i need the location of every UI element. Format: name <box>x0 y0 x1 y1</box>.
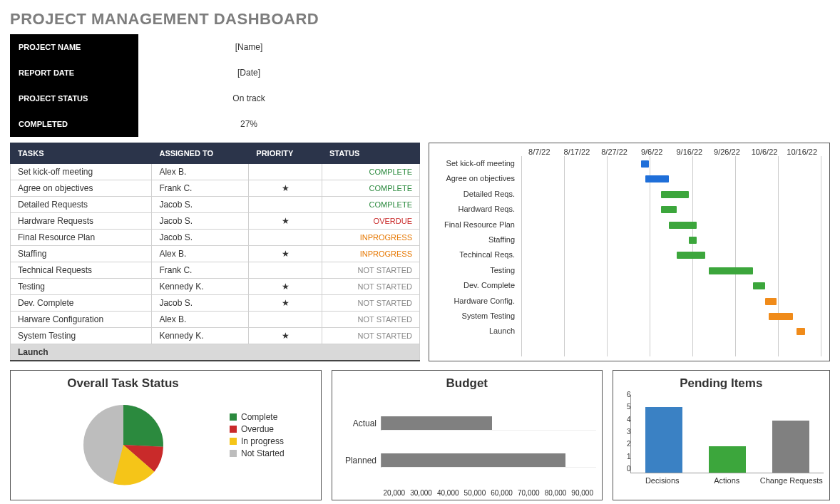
legend-swatch <box>230 413 237 421</box>
legend-item: Not Started <box>230 448 315 458</box>
legend-label: Overdue <box>241 424 274 434</box>
status-cell: COMPLETE <box>322 197 419 213</box>
budget-tick: 80,000 <box>542 489 569 497</box>
project-meta: PROJECT NAME [Name] REPORT DATE [Date] P… <box>10 34 830 137</box>
budget-bar-fill <box>381 416 492 430</box>
gantt-row-label: Agree on objectives <box>435 171 521 186</box>
gantt-row-label: Hardware Config. <box>435 294 521 309</box>
gantt-bar <box>797 328 804 335</box>
gantt-row-label: System Testing <box>435 309 521 324</box>
gantt-date-tick: 9/26/22 <box>708 148 746 156</box>
status-cell: COMPLETE <box>322 164 419 180</box>
meta-label-project-status: PROJECT STATUS <box>10 86 138 111</box>
assigned-cell: Jacob S. <box>152 230 249 246</box>
assigned-cell: Alex B. <box>152 164 249 180</box>
th-tasks: TASKS <box>11 143 152 164</box>
budget-tick: 20,000 <box>381 489 408 497</box>
task-cell: Final Resource Plan <box>11 230 152 246</box>
priority-cell: ★ <box>249 180 322 197</box>
pending-ytick: 2 <box>621 440 631 448</box>
table-row: Final Resource PlanJacob S.INPROGRESS <box>11 230 420 246</box>
status-cell: NOT STARTED <box>322 262 419 279</box>
overall-task-status-chart: Overall Task Status CompleteOverdueIn pr… <box>10 370 322 500</box>
table-row: TestingKennedy K.★NOT STARTED <box>11 279 420 295</box>
pending-bar-fill <box>772 421 809 473</box>
gantt-bar <box>689 237 697 244</box>
budget-tick: 50,000 <box>461 489 488 497</box>
assigned-cell: Kennedy K. <box>152 279 249 295</box>
gantt-row-label: Hardward Reqs. <box>435 202 521 217</box>
priority-cell: ★ <box>249 246 322 262</box>
meta-label-report-date: REPORT DATE <box>10 60 138 86</box>
meta-value-project-name: [Name] <box>138 42 281 52</box>
gantt-row-label: Dev. Complete <box>435 278 521 293</box>
assigned-cell: Kennedy K. <box>152 328 249 344</box>
priority-cell <box>249 262 322 279</box>
pending-ytick: 0 <box>621 465 631 473</box>
budget-bar-row: Planned <box>338 448 596 473</box>
pending-items-chart: Pending Items 6543210 DecisionsActionsCh… <box>613 370 831 500</box>
priority-cell <box>249 164 322 180</box>
pending-title: Pending Items <box>619 376 824 391</box>
pending-ytick: 4 <box>621 416 631 423</box>
status-cell: NOT STARTED <box>322 279 419 295</box>
budget-tick: 60,000 <box>488 489 516 497</box>
budget-tick: 90,000 <box>569 489 596 497</box>
priority-cell: ★ <box>249 279 322 295</box>
gantt-row-label: Testing <box>435 263 521 278</box>
status-cell: INPROGRESS <box>322 230 419 246</box>
legend-swatch <box>230 450 237 457</box>
meta-value-completed: 27% <box>138 119 281 129</box>
table-row: Agree on objectivesFrank C.★COMPLETE <box>11 180 420 197</box>
gantt-row-label: Staffing <box>435 232 521 247</box>
pending-ytick: 3 <box>621 428 631 436</box>
pending-bar <box>766 421 815 473</box>
pie-title: Overall Task Status <box>16 376 230 391</box>
assigned-cell: Alex B. <box>152 246 249 262</box>
task-cell: Hardware Requests <box>11 213 152 230</box>
page-title: PROJECT MANAGEMENT DASHBOARD <box>10 10 830 29</box>
status-cell: OVERDUE <box>322 213 419 230</box>
gantt-bar <box>753 282 765 289</box>
assigned-cell: Jacob S. <box>152 197 249 213</box>
meta-label-completed: COMPLETED <box>10 111 138 137</box>
priority-cell <box>249 312 322 328</box>
assigned-cell: Frank C. <box>152 262 249 279</box>
task-cell: Testing <box>11 279 152 295</box>
assigned-cell: Jacob S. <box>152 213 249 230</box>
gantt-date-tick: 10/6/22 <box>746 148 784 156</box>
gantt-row-label: Final Resource Plan <box>435 217 521 232</box>
legend-swatch <box>230 426 237 433</box>
task-cell: Agree on objectives <box>11 180 152 197</box>
gantt-bar <box>645 175 670 182</box>
task-cell: Harware Configuration <box>11 312 152 328</box>
pending-bar-fill <box>709 446 746 473</box>
pending-ytick: 6 <box>621 391 631 398</box>
gantt-bar <box>769 313 793 320</box>
legend-label: In progress <box>241 436 284 446</box>
budget-tick: 70,000 <box>515 489 542 497</box>
gantt-bar <box>677 252 705 259</box>
priority-cell: ★ <box>249 295 322 312</box>
budget-bar-label: Actual <box>338 418 381 428</box>
launch-row: Launch <box>11 344 420 361</box>
task-cell: Staffing <box>11 246 152 262</box>
gantt-date-tick: 8/27/22 <box>595 148 633 156</box>
budget-chart: Budget ActualPlanned 20,00030,00040,0005… <box>332 370 603 500</box>
gantt-row-label: Detailed Reqs. <box>435 187 521 202</box>
gantt-date-tick: 9/6/22 <box>633 148 671 156</box>
budget-bar-fill <box>381 453 565 467</box>
priority-cell: ★ <box>249 328 322 344</box>
gantt-bar <box>709 267 753 274</box>
legend-item: Complete <box>230 412 315 422</box>
table-row: Dev. CompleteJacob S.★NOT STARTED <box>11 295 420 312</box>
task-table: TASKS ASSIGNED TO PRIORITY STATUS Set ki… <box>10 143 420 361</box>
meta-label-project-name: PROJECT NAME <box>10 34 138 60</box>
gantt-date-tick: 10/16/22 <box>783 148 821 156</box>
legend-swatch <box>230 438 237 445</box>
pending-ytick: 5 <box>621 403 631 411</box>
budget-tick: 30,000 <box>408 489 435 497</box>
legend-item: Overdue <box>230 424 315 434</box>
status-cell: NOT STARTED <box>322 312 419 328</box>
budget-title: Budget <box>338 376 596 391</box>
